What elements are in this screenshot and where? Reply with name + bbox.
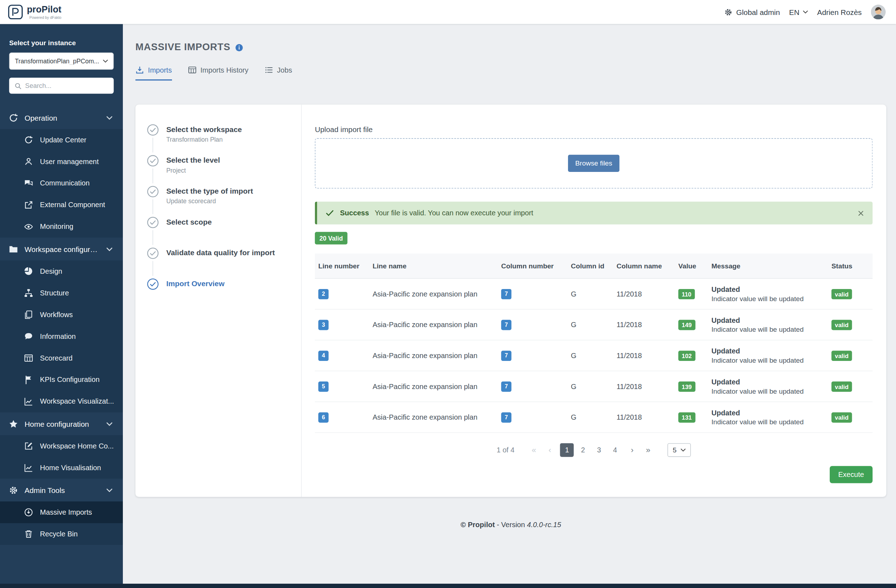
app: proPilot Powered by dFakto Global admin … <box>0 0 896 588</box>
page-size-select[interactable]: 5 <box>668 443 691 457</box>
table-icon <box>24 354 33 363</box>
check-circle-icon <box>147 185 159 198</box>
info-icon[interactable] <box>235 43 244 52</box>
sidebar-item-design[interactable]: Design <box>0 261 123 282</box>
line-number-badge: 4 <box>318 350 329 360</box>
step-title: Select scope <box>166 216 287 227</box>
language-selector[interactable]: EN <box>789 8 808 17</box>
page-title: MASSIVE IMPORTS <box>135 42 230 53</box>
instance-select[interactable]: TransformationPlan_pPCom... <box>9 53 114 70</box>
step-subtitle: Transformation Plan <box>166 136 287 143</box>
sidebar-section-admin-tools[interactable]: Admin Tools <box>0 479 123 501</box>
footer: © Propilot - Version 4.0.0-rc.15 <box>135 521 886 529</box>
step-title: Select the type of import <box>166 185 287 196</box>
sidebar-item-massive-imports[interactable]: Massive Imports <box>0 501 123 523</box>
sidebar-item-workspace-visualizat[interactable]: Workspace Visualizat... <box>0 391 123 413</box>
global-admin-menu[interactable]: Global admin <box>724 8 780 17</box>
prev-page-button[interactable]: ‹ <box>544 446 556 455</box>
logo-title: proPilot <box>27 5 61 14</box>
step-title: Select the level <box>166 155 287 165</box>
sidebar-item-label: Monitoring <box>40 223 73 231</box>
sidebar-item-workspace-home-co[interactable]: Workspace Home Co... <box>0 435 123 457</box>
import-table: Line numberLine nameColumn numberColumn … <box>315 254 873 433</box>
column-name-cell: 11/2018 <box>613 290 675 298</box>
table-row: 6Asia-Pacific zone expansion plan7G11/20… <box>315 402 873 433</box>
next-page-button[interactable]: › <box>626 446 638 455</box>
status-badge: valid <box>832 289 852 299</box>
table-header-row: Line numberLine nameColumn numberColumn … <box>315 254 873 279</box>
language-label: EN <box>789 8 800 17</box>
sidebar: Select your instance TransformationPlan_… <box>0 24 123 588</box>
star-icon <box>9 419 18 428</box>
sidebar-item-label: External Component <box>40 201 105 209</box>
pagination: 1 of 4 « ‹ 1234 › » 5 <box>315 443 873 457</box>
file-dropzone[interactable]: Browse files <box>315 138 873 188</box>
step-subtitle: Update scorecard <box>166 198 287 205</box>
check-circle-icon <box>147 155 159 167</box>
refresh-icon <box>24 135 33 144</box>
sidebar-item-recycle-bin[interactable]: Recycle Bin <box>0 523 123 545</box>
history-table-icon <box>188 66 196 74</box>
browse-files-button[interactable]: Browse files <box>568 155 620 172</box>
page-button-3[interactable]: 3 <box>592 443 606 457</box>
value-badge: 110 <box>678 289 695 299</box>
check-circle-icon <box>147 248 159 260</box>
column-header-column-id: Column id <box>567 262 613 270</box>
check-circle-icon <box>147 124 159 136</box>
sidebar-item-home-visualisation[interactable]: Home Visualisation <box>0 457 123 479</box>
flag-icon <box>24 375 33 384</box>
sync-icon <box>9 113 18 122</box>
sidebar-item-scorecard[interactable]: Scorecard <box>0 347 123 369</box>
column-id-cell: G <box>567 352 613 360</box>
step-title: Select the workspace <box>166 124 287 134</box>
line-name-cell: Asia-Pacific zone expansion plan <box>369 290 498 298</box>
list-icon <box>265 66 273 74</box>
page-button-1[interactable]: 1 <box>560 443 574 457</box>
column-name-cell: 11/2018 <box>613 352 675 360</box>
message-detail: Indicator value will be updated <box>712 325 828 333</box>
message-title: Updated <box>712 285 828 293</box>
sidebar-item-information[interactable]: Information <box>0 326 123 347</box>
table-row: 3Asia-Pacific zone expansion plan7G11/20… <box>315 310 873 340</box>
step-select-scope[interactable]: Select scope <box>147 216 287 248</box>
step-title: Import Overview <box>166 278 287 288</box>
tab-imports-history[interactable]: Imports History <box>188 66 248 81</box>
sidebar-item-workflows[interactable]: Workflows <box>0 304 123 326</box>
page-button-2[interactable]: 2 <box>576 443 590 457</box>
logo[interactable]: proPilot Powered by dFakto <box>8 5 61 20</box>
sidebar-section-home-configuration[interactable]: Home configuration <box>0 413 123 435</box>
pagination-pages: 1234 <box>560 443 622 457</box>
status-badge: valid <box>832 412 852 422</box>
sidebar-item-structure[interactable]: Structure <box>0 282 123 304</box>
last-page-button[interactable]: » <box>642 446 654 455</box>
sidebar-item-monitoring[interactable]: Monitoring <box>0 216 123 238</box>
sidebar-item-external-component[interactable]: External Component <box>0 194 123 216</box>
step-import-overview[interactable]: Import Overview <box>147 278 287 309</box>
sidebar-item-communication[interactable]: Communication <box>0 173 123 194</box>
step-title: Validate data quality for import <box>166 248 287 258</box>
column-id-cell: G <box>567 382 613 390</box>
sidebar-item-user-management[interactable]: User management <box>0 151 123 173</box>
tab-jobs[interactable]: Jobs <box>265 66 293 81</box>
sidebar-section-workspace-configuration[interactable]: Workspace configuration <box>0 238 123 261</box>
step-select-the-workspace[interactable]: Select the workspaceTransformation Plan <box>147 124 287 155</box>
search-input[interactable] <box>25 82 113 89</box>
external-icon <box>24 201 33 210</box>
step-select-the-type-of-import[interactable]: Select the type of importUpdate scorecar… <box>147 185 287 216</box>
avatar[interactable] <box>871 5 886 20</box>
sidebar-item-update-center[interactable]: Update Center <box>0 129 123 151</box>
user-name[interactable]: Adrien Rozès <box>817 8 862 17</box>
close-icon[interactable] <box>857 209 865 217</box>
sidebar-section-operation[interactable]: Operation <box>0 106 123 129</box>
sidebar-item-label: Workspace Home Co... <box>40 442 114 450</box>
first-page-button[interactable]: « <box>528 446 539 455</box>
step-validate-data-quality-for-import[interactable]: Validate data quality for import <box>147 248 287 278</box>
edit-icon <box>24 441 33 451</box>
step-select-the-level[interactable]: Select the levelProject <box>147 155 287 186</box>
execute-button[interactable]: Execute <box>830 466 873 483</box>
sidebar-item-label: User management <box>40 158 99 166</box>
tab-imports[interactable]: Imports <box>135 66 172 81</box>
page-button-4[interactable]: 4 <box>608 443 622 457</box>
sidebar-item-kpis-configuration[interactable]: KPIs Configuration <box>0 369 123 391</box>
sidebar-item-label: Structure <box>40 289 69 297</box>
